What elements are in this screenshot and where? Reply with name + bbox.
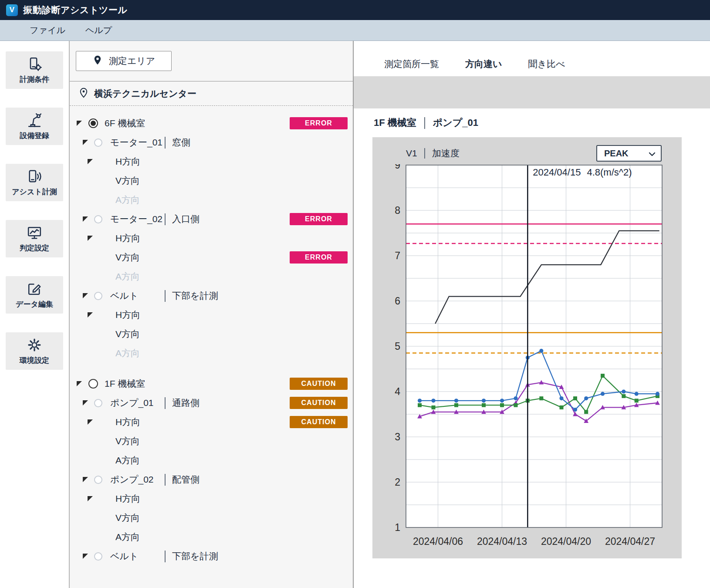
status-badge-error: ERROR	[290, 251, 348, 264]
expander-icon[interactable]	[83, 477, 88, 482]
tree-node-sublabel: 通路側	[172, 397, 199, 409]
tree-row[interactable]: ポンプ_01通路側CAUTION	[70, 393, 353, 412]
tree-row[interactable]: A方向	[70, 267, 353, 286]
tree-row[interactable]: H方向	[70, 152, 353, 171]
tree-row[interactable]: モーター_02入口側ERROR	[70, 210, 353, 229]
tree-row[interactable]: 6F 機械室ERROR	[70, 114, 353, 133]
menu-item-help[interactable]: ヘルプ	[85, 24, 112, 36]
radio-button[interactable]	[94, 476, 102, 484]
status-badge-caution: CAUTION	[290, 397, 348, 409]
radio-button[interactable]	[88, 118, 98, 128]
tree-node-label: V方向	[115, 512, 140, 524]
tree-row[interactable]: ベルト下部を計測	[70, 547, 353, 566]
y-tick-label: 3	[395, 431, 400, 443]
tree-row[interactable]: V方向	[70, 432, 353, 451]
expander-icon[interactable]	[88, 236, 93, 241]
tree-row[interactable]: A方向	[70, 344, 353, 363]
app-logo-letter: V	[10, 6, 14, 14]
y-tick-label: 8	[395, 205, 400, 216]
tree-row[interactable]: H方向CAUTION	[70, 412, 353, 432]
gear-icon	[27, 337, 42, 353]
tree-row[interactable]: V方向	[70, 324, 353, 344]
tree-node-label: ベルト	[110, 290, 138, 302]
tree-node-label: A方向	[115, 194, 140, 206]
status-badge-error: ERROR	[290, 213, 348, 225]
sidebar: 計測条件設備登録アシスト計測判定設定データ編集環境設定	[0, 41, 70, 588]
trend-chart[interactable]: 2024/04/154.8(m/s^2)1234567892024/04/062…	[372, 164, 682, 558]
label-divider	[424, 117, 425, 129]
tree-row[interactable]: V方向ERROR	[70, 248, 353, 267]
sidebar-item-assist-measure[interactable]: アシスト計測	[6, 164, 63, 201]
tree-row[interactable]: A方向	[70, 451, 353, 470]
detail-equipment-label: ポンプ_01	[433, 116, 478, 129]
tab-direction-difference[interactable]: 方向違い	[452, 51, 515, 76]
radio-button[interactable]	[88, 379, 98, 389]
expander-icon[interactable]	[83, 216, 88, 222]
chart-toolbar: V1 加速度 PEAK	[372, 137, 682, 164]
radio-button[interactable]	[94, 552, 102, 561]
menu-bar: ファイルヘルプ	[0, 20, 710, 41]
expander-icon[interactable]	[88, 312, 93, 318]
expander-icon[interactable]	[83, 554, 88, 559]
sidebar-item-equipment-register[interactable]: 設備登録	[6, 108, 63, 145]
tree-node-label: V方向	[115, 251, 140, 264]
tree-row[interactable]: V方向	[70, 171, 353, 190]
y-tick-label: 9	[395, 164, 400, 171]
tree-row[interactable]: A方向	[70, 190, 353, 210]
tree-node-label: H方向	[115, 155, 140, 168]
expander-icon[interactable]	[77, 121, 82, 126]
tree-row[interactable]: モーター_01窓側	[70, 133, 353, 152]
y-tick-label: 2	[395, 476, 400, 488]
radio-button[interactable]	[94, 139, 102, 147]
quantity-label: 加速度	[432, 147, 460, 159]
radio-button[interactable]	[94, 292, 102, 300]
expander-icon[interactable]	[88, 419, 93, 425]
sidebar-item-data-edit[interactable]: データ編集	[6, 276, 63, 314]
tree-node-label: 6F 機械室	[105, 117, 145, 129]
y-tick-label: 1	[395, 522, 400, 533]
peak-mode-select[interactable]: PEAK	[596, 145, 662, 162]
expander-icon[interactable]	[83, 400, 88, 406]
label-divider	[165, 213, 166, 225]
tree-row[interactable]: 1F 機械室CAUTION	[70, 374, 353, 393]
tree-node-label: H方向	[115, 416, 140, 428]
measurement-area-button[interactable]: 測定エリア	[76, 51, 172, 71]
channel-label: V1	[406, 148, 417, 159]
tree-row[interactable]: ポンプ_02配管側	[70, 470, 353, 489]
tree-row[interactable]: ベルト下部を計測	[70, 286, 353, 305]
radio-button[interactable]	[94, 215, 102, 223]
tab-listen-compare[interactable]: 聞き比べ	[515, 51, 578, 76]
expander-icon[interactable]	[77, 381, 82, 386]
chevron-down-icon	[649, 149, 656, 159]
tree-node-label: A方向	[115, 454, 140, 466]
expander-icon[interactable]	[88, 159, 93, 164]
y-tick-label: 4	[395, 386, 400, 397]
tab-measurement-points-list[interactable]: 測定箇所一覧	[371, 51, 452, 76]
expander-icon[interactable]	[83, 293, 88, 298]
tree-panel-header: 測定エリア	[70, 41, 353, 81]
detail-panel: 測定箇所一覧方向違い聞き比べ 1F 機械室 ポンプ_01 V1 加速度 PEAK	[354, 41, 710, 588]
sidebar-item-environment-settings[interactable]: 環境設定	[6, 332, 63, 370]
measurement-area-button-label: 測定エリア	[109, 55, 155, 67]
expander-icon[interactable]	[88, 496, 93, 501]
sidebar-item-measure-conditions[interactable]: 計測条件	[6, 51, 63, 89]
measurement-tree-panel: 測定エリア 横浜テクニカルセンター 6F 機械室ERRORモーター_01窓側H方…	[70, 41, 354, 588]
expander-icon[interactable]	[83, 140, 88, 145]
tree-row[interactable]: A方向	[70, 527, 353, 547]
location-pin-icon	[78, 88, 89, 100]
tree-row[interactable]: H方向	[70, 229, 353, 248]
tree-node-sublabel: 下部を計測	[172, 550, 218, 562]
tree-row[interactable]: H方向	[70, 489, 353, 508]
status-badge-caution: CAUTION	[290, 416, 348, 428]
tree-node-label: モーター_02	[110, 213, 162, 225]
tree-node-label: ベルト	[110, 550, 138, 562]
tree-node-sublabel: 配管側	[172, 473, 199, 486]
label-divider	[165, 137, 166, 149]
tree-row[interactable]: V方向	[70, 508, 353, 527]
menu-item-file[interactable]: ファイル	[30, 24, 65, 36]
status-badge-error: ERROR	[290, 117, 348, 129]
tree-node-label: H方向	[115, 309, 140, 321]
radio-button[interactable]	[94, 399, 102, 407]
sidebar-item-judgement-settings[interactable]: 判定設定	[6, 220, 63, 257]
tree-row[interactable]: H方向	[70, 305, 353, 324]
